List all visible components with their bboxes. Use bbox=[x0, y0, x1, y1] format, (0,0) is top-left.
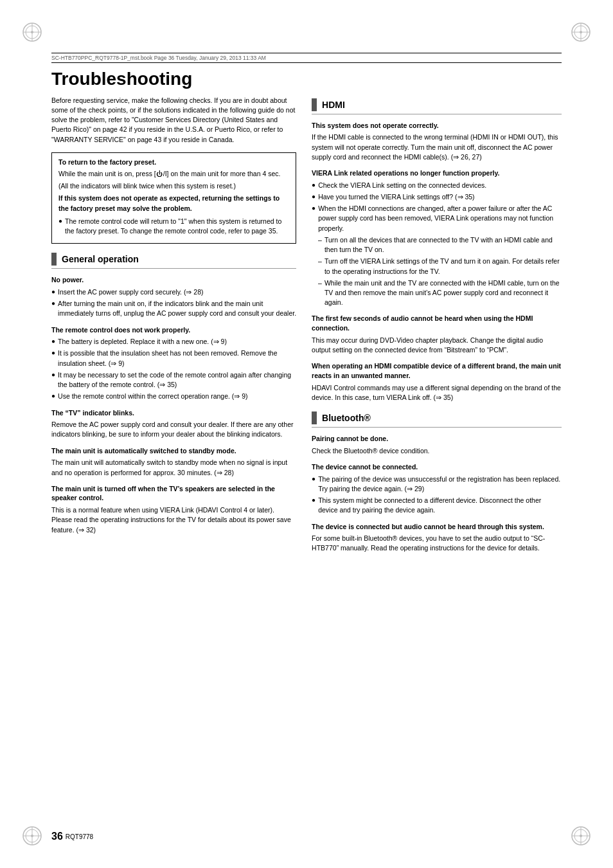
bt-audio-title: The device is connected but audio cannot… bbox=[312, 522, 562, 532]
viera-dash-2: – Turn off the VIERA Link settings of th… bbox=[318, 257, 562, 276]
bullet-icon: ● bbox=[51, 392, 55, 401]
tv-speakers-text: This is a normal feature when using VIER… bbox=[51, 505, 296, 535]
bullet-icon: ● bbox=[51, 287, 55, 297]
file-info-text: SC-HTB770PPC_RQT9778-1P_mst.book Page 36… bbox=[51, 55, 266, 61]
factory-warning: If this system does not operate as expec… bbox=[58, 194, 280, 212]
hdmi-section-header: HDMI bbox=[312, 98, 562, 114]
factory-box-title: To return to the factory preset. bbox=[58, 158, 289, 166]
bullet-icon: ● bbox=[51, 370, 55, 380]
hdmi-brand-title: When operating an HDMI compatible device… bbox=[312, 361, 562, 380]
remote-bullet-4: ● Use the remote control within the corr… bbox=[51, 392, 296, 401]
general-section-title: General operation bbox=[62, 254, 139, 264]
no-power-title: No power. bbox=[51, 275, 296, 285]
viera-dash-3: – While the main unit and the TV are con… bbox=[318, 278, 562, 308]
bt-section-bar bbox=[312, 411, 317, 424]
device-connect-title: The device cannot be connected. bbox=[312, 462, 562, 472]
bullet-icon: ● bbox=[312, 496, 315, 505]
bt-bullet-1: ● The pairing of the device was unsucces… bbox=[312, 475, 562, 494]
corner-decoration-tr bbox=[568, 19, 594, 45]
viera-dash-1: – Turn on all the devices that are conne… bbox=[318, 235, 562, 255]
factory-preset-box: To return to the factory preset. While t… bbox=[51, 152, 296, 244]
model-number: RQT9778 bbox=[66, 833, 93, 840]
remote-bullet-3: ● It may be necessary to set the code of… bbox=[51, 370, 296, 390]
remote-title: The remote control does not work properl… bbox=[51, 325, 296, 335]
bullet-icon: ● bbox=[51, 348, 55, 358]
dash-icon: – bbox=[318, 257, 322, 266]
bullet-icon: ● bbox=[51, 299, 55, 309]
hdmi-section-title: HDMI bbox=[322, 100, 345, 110]
viera-bullet-1: ● Check the VIERA Link setting on the co… bbox=[312, 181, 562, 190]
right-column: HDMI This system does not operate correc… bbox=[312, 96, 562, 556]
factory-line2: (All the indicators will blink twice whe… bbox=[58, 181, 289, 191]
page-title: Troubleshooting bbox=[51, 69, 562, 89]
dash-icon: – bbox=[318, 278, 322, 288]
general-section-header: General operation bbox=[51, 253, 296, 269]
tv-indicator-text: Remove the AC power supply cord and cons… bbox=[51, 420, 296, 439]
corner-decoration-br bbox=[568, 823, 594, 849]
no-power-bullet-1: ● Insert the AC power supply cord secure… bbox=[51, 287, 296, 297]
bt-section-title: Bluetooth® bbox=[322, 413, 371, 423]
bullet-icon: ● bbox=[58, 217, 62, 226]
file-info: SC-HTB770PPC_RQT9778-1P_mst.book Page 36… bbox=[51, 53, 562, 63]
intro-text: Before requesting service, make the foll… bbox=[51, 96, 296, 145]
remote-bullet-2: ● It is possible that the insulation she… bbox=[51, 348, 296, 368]
remote-bullet-1: ● The battery is depleted. Replace it wi… bbox=[51, 337, 296, 347]
standby-text: The main unit will automatically switch … bbox=[51, 458, 296, 477]
no-power-bullet-2: ● After turning the main unit on, if the… bbox=[51, 299, 296, 318]
dash-icon: – bbox=[318, 235, 322, 245]
tv-indicator-title: The “TV” indicator blinks. bbox=[51, 408, 296, 418]
bullet-icon: ● bbox=[312, 192, 315, 202]
bullet-icon: ● bbox=[51, 337, 55, 347]
hdmi-brand-text: HDAVI Control commands may use a differe… bbox=[312, 383, 562, 402]
standby-title: The main unit is automatically switched … bbox=[51, 446, 296, 456]
pairing-text: Check the Bluetooth® device condition. bbox=[312, 446, 562, 456]
hdmi-no-operate-title: This system does not operate correctly. bbox=[312, 121, 562, 131]
hdmi-audio-text: This may occur during DVD-Video chapter … bbox=[312, 336, 562, 355]
pairing-title: Pairing cannot be done. bbox=[312, 434, 562, 444]
factory-line1: While the main unit is on, press [⏻/I] o… bbox=[58, 169, 289, 179]
factory-bullet: ● The remote control code will return to… bbox=[58, 217, 289, 236]
hdmi-section-bar bbox=[312, 98, 317, 111]
bullet-icon: ● bbox=[312, 204, 315, 213]
viera-bullet-2: ● Have you turned the VIERA Link setting… bbox=[312, 192, 562, 202]
bullet-icon: ● bbox=[312, 181, 315, 190]
bt-bullet-2: ● This system might be connected to a di… bbox=[312, 496, 562, 515]
bullet-icon: ● bbox=[312, 475, 315, 484]
corner-decoration-tl bbox=[19, 19, 45, 45]
two-column-layout: Before requesting service, make the foll… bbox=[51, 96, 562, 556]
section-bar bbox=[51, 253, 57, 266]
main-content: Troubleshooting Before requesting servic… bbox=[51, 69, 562, 817]
page-footer: 36 RQT9778 bbox=[51, 831, 562, 842]
bluetooth-section-header: Bluetooth® bbox=[312, 411, 562, 428]
tv-speakers-title: The main unit is turned off when the TV’… bbox=[51, 484, 296, 503]
page-number: 36 bbox=[51, 831, 63, 842]
hdmi-audio-title: The first few seconds of audio cannot be… bbox=[312, 314, 562, 332]
hdmi-no-operate-text: If the HDMI cable is connected to the wr… bbox=[312, 132, 562, 162]
bt-audio-text: For some built-in Bluetooth® devices, yo… bbox=[312, 534, 562, 553]
viera-bullet-3: ● When the HDMI connections are changed,… bbox=[312, 204, 562, 233]
corner-decoration-bl bbox=[19, 823, 45, 849]
viera-link-title: VIERA Link related operations no longer … bbox=[312, 168, 562, 178]
left-column: Before requesting service, make the foll… bbox=[51, 96, 296, 556]
page: SC-HTB770PPC_RQT9778-1P_mst.book Page 36… bbox=[0, 0, 613, 868]
